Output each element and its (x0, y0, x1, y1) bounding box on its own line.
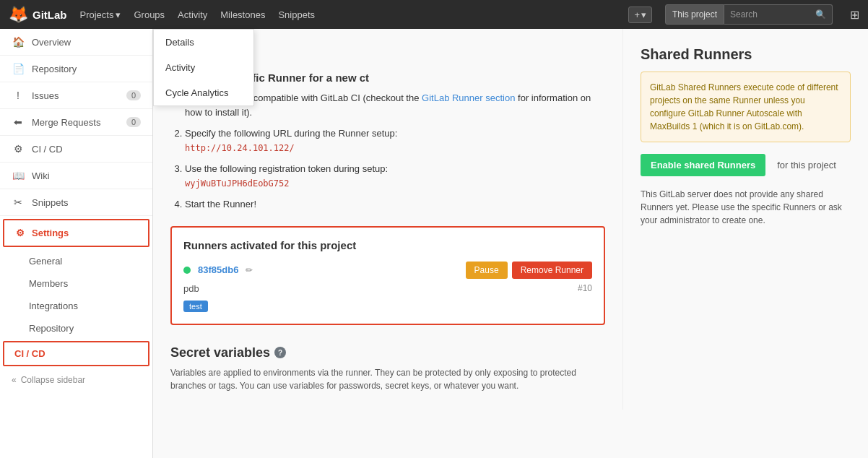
runner-row: 83f85db6 ✏ Pause Remove Runner (183, 262, 592, 279)
for-project-text: for this project (777, 160, 836, 170)
issues-badge: 0 (126, 90, 141, 100)
fox-icon: 🦊 (9, 5, 28, 24)
logo-text: GitLab (32, 9, 67, 21)
nav-item-projects[interactable]: Projects ▾ (80, 9, 121, 20)
cicd-icon: ⚙ (12, 143, 25, 155)
enable-shared-runners-button[interactable]: Enable shared Runners (641, 154, 765, 176)
sidebar-item-cicd[interactable]: ⚙ CI / CD (0, 136, 152, 163)
search-placeholder: Search (730, 9, 758, 20)
wiki-icon: 📖 (12, 170, 25, 181)
runner-url-link[interactable]: http://10.24.101.122/ (185, 143, 295, 153)
shared-runners-note: This GitLab server does not provide any … (641, 188, 851, 227)
sidebar-item-issues[interactable]: ! Issues 0 (0, 82, 152, 109)
runner-tags: test (183, 300, 592, 312)
collapse-sidebar-button[interactable]: « Collapse sidebar (0, 368, 152, 392)
search-icon: 🔍 (815, 9, 826, 20)
scope-selector[interactable]: This project (665, 4, 724, 25)
sidebar-sub-general[interactable]: General (0, 250, 152, 272)
search-group: This project Search 🔍 (665, 4, 833, 25)
secret-variables-section: Secret variables ? Variables are applied… (170, 345, 605, 392)
runner-number: #10 (578, 283, 592, 293)
gitlab-logo[interactable]: 🦊 GitLab (9, 5, 67, 24)
nav-item-activity[interactable]: Activity (178, 9, 207, 20)
right-column: Shared Runners GitLab Shared Runners exe… (622, 29, 868, 410)
sidebar: 🏠 Overview 📄 Repository ! Issues 0 ⬅ Mer… (0, 29, 153, 410)
runner-sub-row: pdb #10 (183, 283, 592, 294)
dropdown-item-details[interactable]: Details (154, 30, 253, 55)
runner-name[interactable]: 83f85db6 (198, 264, 238, 275)
sidebar-item-repository[interactable]: 📄 Repository (0, 56, 152, 82)
runner-token: wyjWuBTuJPH6dEobG752 (185, 178, 290, 189)
top-navigation: 🦊 GitLab Projects ▾ Groups Activity Mile… (0, 0, 868, 29)
shared-runners-title: Shared Runners (641, 46, 851, 63)
remove-runner-button[interactable]: Remove Runner (512, 262, 592, 279)
chevron-down-icon: ▾ (116, 9, 121, 20)
sidebar-sub-repository[interactable]: Repository (0, 317, 152, 340)
settings-icon: ⚙ (16, 228, 25, 238)
details-dropdown: Details Activity Cycle Analytics (153, 29, 254, 106)
secret-variables-title: Secret variables ? (170, 345, 605, 360)
step-3: Use the following registration token dur… (185, 162, 605, 190)
runner-sub-name: pdb (183, 283, 199, 294)
nav-item-groups[interactable]: Groups (134, 9, 165, 20)
runner-status-dot (183, 267, 191, 274)
secret-variables-description: Variables are applied to environments vi… (170, 366, 605, 392)
sidebar-sub-members[interactable]: Members (0, 272, 152, 295)
steps-list: Install a Runner compatible with GitLab … (170, 91, 605, 212)
issues-icon: ! (12, 90, 25, 101)
sidebar-item-snippets[interactable]: ✂ Snippets (0, 189, 152, 216)
gitlab-runner-link[interactable]: GitLab Runner section (422, 92, 515, 103)
runners-box-title: Runners activated for this project (183, 239, 592, 251)
shared-runners-info: GitLab Shared Runners execute code of di… (641, 72, 851, 142)
runner-actions: Pause Remove Runner (466, 262, 592, 279)
chevron-left-icon: « (12, 375, 17, 385)
nav-item-milestones[interactable]: Milestones (220, 9, 265, 20)
edit-runner-icon[interactable]: ✏ (246, 265, 253, 275)
enable-shared-runners-row: Enable shared Runners for this project (641, 154, 851, 176)
sidebar-item-settings[interactable]: ⚙ Settings (3, 219, 149, 247)
nav-item-snippets[interactable]: Snippets (278, 9, 315, 20)
step-2: Specify the following URL during the Run… (185, 126, 605, 155)
sidebar-sub-cicd[interactable]: CI / CD (3, 341, 149, 366)
step-4: Start the Runner! (185, 197, 605, 212)
new-item-button[interactable]: + ▾ (628, 7, 652, 23)
merge-requests-icon: ⬅ (12, 116, 25, 128)
sidebar-item-wiki[interactable]: 📖 Wiki (0, 163, 152, 189)
home-icon: 🏠 (12, 36, 25, 48)
content-area: fic Runners to setup a specific Runner f… (153, 29, 868, 410)
sidebar-item-merge-requests[interactable]: ⬅ Merge Requests 0 (0, 109, 152, 136)
pause-runner-button[interactable]: Pause (466, 262, 508, 279)
grid-icon[interactable]: ⊞ (850, 8, 859, 22)
sidebar-item-overview[interactable]: 🏠 Overview (0, 29, 152, 56)
search-box[interactable]: Search 🔍 (724, 4, 833, 25)
dropdown-item-cycle-analytics[interactable]: Cycle Analytics (154, 80, 253, 105)
sidebar-sub-integrations[interactable]: Integrations (0, 295, 152, 317)
merge-requests-badge: 0 (126, 117, 141, 127)
help-icon[interactable]: ? (274, 347, 286, 358)
runner-tag-test[interactable]: test (183, 301, 208, 312)
dropdown-item-activity[interactable]: Activity (154, 55, 253, 80)
repository-icon: 📄 (12, 63, 25, 74)
snippets-icon: ✂ (12, 196, 25, 208)
chevron-down-icon: ▾ (641, 9, 646, 20)
runners-activated-box: Runners activated for this project 83f85… (170, 226, 605, 325)
